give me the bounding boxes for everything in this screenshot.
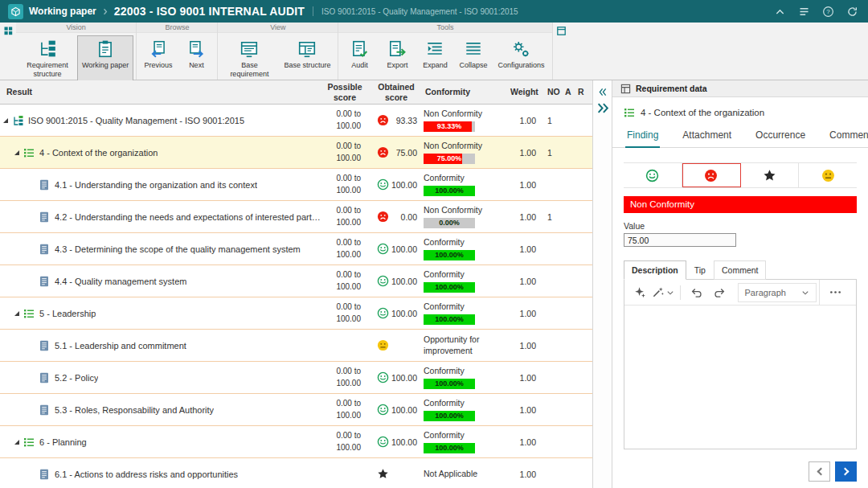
table-row-6[interactable]: 6 - Planning 0.00 to100.00 100.00 Confor… <box>0 426 592 458</box>
neutral-face-option[interactable] <box>799 163 857 187</box>
tab-finding[interactable]: Finding <box>625 125 660 147</box>
ribbon-button-base-structure[interactable]: Base structure <box>279 35 335 81</box>
ribbon-button-audit[interactable]: Audit <box>341 35 378 77</box>
next-requirement-button[interactable] <box>835 461 857 482</box>
ribbon-button-next[interactable]: Next <box>178 35 215 77</box>
ribbon-button-collapse[interactable]: Collapse <box>454 35 492 77</box>
table-row-5-3[interactable]: 5.3 - Roles, Responsability and Authorit… <box>0 394 592 426</box>
previous-requirement-button[interactable] <box>809 461 830 482</box>
column-header-a[interactable]: A <box>562 87 575 96</box>
table-row-5-1[interactable]: 5.1 - Leadership and commitment Opportun… <box>0 330 592 362</box>
row-label: 6 - Planning <box>39 437 87 447</box>
column-header-no[interactable]: NO <box>544 87 562 96</box>
undo-button[interactable] <box>686 283 707 302</box>
ribbon-button-export[interactable]: Export <box>379 35 416 77</box>
value-input[interactable] <box>624 233 736 247</box>
expand-arrow-icon[interactable] <box>14 311 19 316</box>
weight-cell: 1.00 <box>509 277 544 286</box>
conformity-label: Conformity <box>424 269 506 280</box>
possible-score-cell: 0.00 to100.00 <box>321 173 369 196</box>
ellipsis-icon <box>829 286 841 298</box>
ai-assistant-button[interactable] <box>629 283 650 302</box>
paragraph-dropdown[interactable]: Paragraph <box>738 283 817 302</box>
column-header-obtained-score[interactable]: Obtained score <box>369 82 424 101</box>
star-face-option[interactable] <box>741 163 800 187</box>
breadcrumb-app-name[interactable]: Working paper <box>29 6 96 17</box>
collapse-panel-icon[interactable] <box>597 87 608 97</box>
table-row-5[interactable]: 5 - Leadership 0.00 to100.00 100.00 Conf… <box>0 297 592 330</box>
editor-tab-tip[interactable]: Tip <box>686 260 714 280</box>
table-row-4-1[interactable]: 4.1 - Understanding the organization and… <box>0 169 592 201</box>
list-icon[interactable] <box>798 6 810 18</box>
column-header-result[interactable]: Result <box>0 87 321 96</box>
panel-tabs: FindingAttachmentOccurrenceComment <box>612 125 868 148</box>
expand-arrow-icon[interactable] <box>14 150 19 155</box>
happy-face-option[interactable] <box>624 163 682 187</box>
apps-icon[interactable] <box>4 27 13 35</box>
editor-tab-description[interactable]: Description <box>624 260 686 280</box>
obtained-score-cell: 100.00 <box>369 307 424 319</box>
weight-cell: 1.00 <box>509 437 544 447</box>
obtained-score-value: 100.00 <box>391 437 417 447</box>
neutral-face-icon <box>821 169 835 182</box>
description-editor: Paragraph <box>624 279 857 449</box>
ribbon-group-label: Vision <box>16 23 136 33</box>
table-body: ISO 9001:2015 - Quality Management - ISO… <box>0 105 592 488</box>
expand-arrow-icon[interactable] <box>3 118 8 123</box>
ribbon-button-working-paper[interactable]: Working paper <box>77 35 133 81</box>
window-icon[interactable] <box>557 27 566 35</box>
happy-face-icon <box>377 436 389 448</box>
result-cell: 6.1 - Actions to address risks and oppor… <box>0 469 321 480</box>
ai-tools-button[interactable] <box>653 283 674 302</box>
conformity-progress: 0.00% <box>424 218 475 228</box>
tree-structure-icon <box>12 115 23 126</box>
happy-face-icon <box>377 371 389 383</box>
table-row-4-3[interactable]: 4.3 - Determining the scope of the quali… <box>0 233 592 265</box>
expand-panel-icon[interactable] <box>596 101 610 115</box>
result-cell: 4.4 - Quality management system <box>0 276 321 287</box>
table-header-row: ResultPossible scoreObtained scoreConfor… <box>0 80 592 105</box>
table-row-6-1[interactable]: 6.1 - Actions to address risks and oppor… <box>0 458 592 488</box>
refresh-icon[interactable] <box>846 6 858 18</box>
column-header-r[interactable]: R <box>575 87 592 96</box>
conformity-label: Not Applicable <box>424 469 506 479</box>
table-row-4[interactable]: 4 - Context of the organization 0.00 to1… <box>0 137 592 169</box>
sad-face-option[interactable] <box>682 163 741 187</box>
ribbon-button-previous[interactable]: Previous <box>139 35 177 77</box>
editor-tab-comment[interactable]: Comment <box>714 260 767 280</box>
ribbon-groups: VisionRequirement structureWorking paper… <box>16 23 553 80</box>
ribbon-left-slot <box>0 23 16 80</box>
help-icon[interactable]: ? <box>822 6 834 18</box>
column-header-conformity[interactable]: Conformity <box>424 87 509 96</box>
row-label: 5.2 - Policy <box>55 373 98 383</box>
ribbon-button-base-requirement[interactable]: Base requirement <box>220 35 278 81</box>
editor-more-button[interactable] <box>819 280 851 305</box>
weight-cell: 1.00 <box>509 116 544 125</box>
result-cell: 4.1 - Understanding the organization and… <box>0 179 321 191</box>
doc-icon <box>39 244 50 255</box>
ribbon-button-configurations[interactable]: Configurations <box>493 35 549 77</box>
row-label: 5 - Leadership <box>39 309 96 318</box>
column-header-weight[interactable]: Weight <box>509 87 544 96</box>
chevron-up-icon[interactable] <box>774 6 786 18</box>
ribbon-button-requirement-structure[interactable]: Requirement structure <box>18 35 76 81</box>
expand-arrow-icon[interactable] <box>14 440 19 445</box>
obtained-score-cell: 0.00 <box>369 211 424 223</box>
table-row-5-2[interactable]: 5.2 - Policy 0.00 to100.00 100.00 Confor… <box>0 362 592 394</box>
happy-face-icon <box>377 307 389 319</box>
tab-attachment[interactable]: Attachment <box>681 125 733 147</box>
column-header-possible-score[interactable]: Possible score <box>321 82 369 101</box>
ribbon-button-label: Base structure <box>284 61 330 70</box>
ribbon-button-expand[interactable]: Expand <box>416 35 453 77</box>
table-row-iso-9001-2015[interactable]: ISO 9001:2015 - Quality Management - ISO… <box>0 105 592 137</box>
tab-occurrence[interactable]: Occurrence <box>754 125 807 147</box>
neutral-face-icon <box>377 339 389 351</box>
description-text-area[interactable] <box>624 306 856 449</box>
redo-button[interactable] <box>710 283 731 302</box>
obtained-score-value: 100.00 <box>391 373 417 383</box>
tab-comment[interactable]: Comment <box>828 125 868 147</box>
row-label: 4.3 - Determining the scope of the quali… <box>55 244 301 254</box>
conformity-cell: Conformity100.00% <box>424 398 509 421</box>
table-row-4-4[interactable]: 4.4 - Quality management system 0.00 to1… <box>0 265 592 297</box>
table-row-4-2[interactable]: 4.2 - Understanding the needs and expect… <box>0 201 592 233</box>
